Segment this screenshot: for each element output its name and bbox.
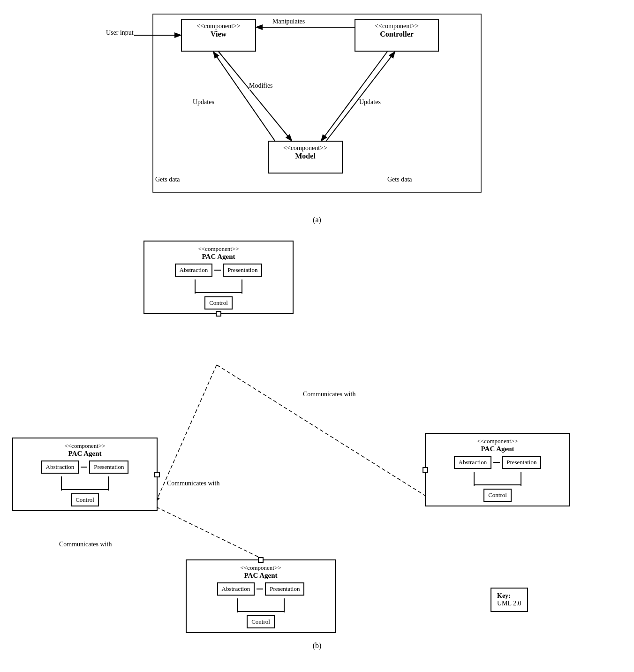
pac-agent-right-presentation: Presentation (502, 456, 541, 469)
pac-connector-h3 (493, 462, 500, 463)
svg-line-3 (214, 53, 275, 141)
pac-agent-right-name: PAC Agent (430, 445, 566, 453)
pac-agent-left-port (154, 472, 160, 477)
pac-agent-top: <<component>> PAC Agent Abstraction Pres… (143, 241, 294, 314)
pac-agent-bottom-row1: Abstraction Presentation (217, 582, 305, 596)
pac-agent-top-inner: Abstraction Presentation Control (148, 264, 289, 310)
pac-agent-top-port (216, 311, 221, 317)
pac-agent-bottom-v-connector (214, 598, 308, 612)
controller-name: Controller (360, 30, 433, 38)
pac-agent-top-control: Control (204, 296, 233, 310)
pac-agent-bottom-inner: Abstraction Presentation Control (190, 582, 331, 628)
key-content: UML 2.0 (497, 600, 521, 607)
pac-agent-left-control: Control (71, 493, 99, 506)
pac-agent-right-abstraction: Abstraction (454, 456, 492, 469)
svg-line-7 (217, 365, 434, 501)
communicates-label-bottom: Communicates with (59, 541, 112, 548)
view-component-box: <<component>> View (181, 19, 256, 52)
pac-agent-right-header: <<component>> PAC Agent (430, 438, 566, 453)
caption-b: (b) (9, 642, 625, 650)
pac-agent-right-control: Control (483, 489, 512, 502)
key-box: Key: UML 2.0 (491, 588, 528, 612)
pac-agent-right-row1: Abstraction Presentation (454, 456, 542, 469)
modifies-label: Modifies (249, 82, 273, 90)
model-stereotype: <<component>> (273, 144, 337, 152)
gets-data-right-label: Gets data (387, 176, 412, 183)
manipulates-label: Manipulates (272, 18, 305, 25)
part-b-pac-diagram: <<component>> PAC Agent Abstraction Pres… (12, 231, 622, 639)
pac-agent-right-port (423, 467, 428, 473)
pac-agent-right-inner: Abstraction Presentation Control (430, 456, 566, 502)
pac-agent-top-presentation: Presentation (223, 264, 262, 277)
pac-agent-left-name: PAC Agent (17, 450, 153, 458)
pac-agent-left: <<component>> PAC Agent Abstraction Pres… (12, 438, 158, 511)
pac-agent-left-header: <<component>> PAC Agent (17, 442, 153, 458)
updates-right-label: Updates (359, 98, 381, 106)
pac-agent-left-row1: Abstraction Presentation (41, 461, 129, 474)
pac-agent-bottom: <<component>> PAC Agent Abstraction Pres… (186, 559, 336, 633)
user-input-label: User input (106, 29, 134, 37)
svg-line-2 (219, 52, 291, 140)
pac-agent-top-name: PAC Agent (148, 253, 289, 261)
pac-agent-bottom-abstraction: Abstraction (217, 582, 255, 596)
pac-agent-bottom-stereotype: <<component>> (190, 564, 331, 572)
pac-agent-bottom-control: Control (247, 615, 275, 628)
pac-connector-h2 (81, 467, 87, 468)
pac-agent-bottom-presentation: Presentation (265, 582, 304, 596)
pac-agent-left-stereotype: <<component>> (17, 442, 153, 450)
pac-agent-left-v-connector (38, 476, 132, 491)
pac-agent-bottom-name: PAC Agent (190, 572, 331, 580)
model-component-box: <<component>> Model (268, 141, 343, 174)
pac-agent-bottom-port (258, 557, 264, 563)
pac-agent-left-abstraction: Abstraction (41, 461, 79, 474)
view-name: View (187, 30, 250, 38)
svg-line-5 (326, 53, 394, 141)
key-title: Key: (497, 592, 521, 600)
model-name: Model (273, 152, 337, 160)
controller-stereotype: <<component>> (360, 23, 433, 30)
svg-line-4 (322, 52, 387, 140)
communicates-label-top-right: Communicates with (303, 391, 355, 398)
pac-agent-top-stereotype: <<component>> (148, 245, 289, 253)
pac-agent-left-presentation: Presentation (89, 461, 128, 474)
pac-connector-h4 (257, 589, 263, 589)
updates-left-label: Updates (193, 98, 214, 106)
controller-component-box: <<component>> Controller (355, 19, 439, 52)
pac-agent-right-stereotype: <<component>> (430, 438, 566, 445)
pac-agent-top-header: <<component>> PAC Agent (148, 245, 289, 261)
part-a-mvc-diagram: User input <<component>> View <<componen… (106, 9, 528, 211)
caption-a: (a) (9, 216, 625, 224)
pac-agent-top-abstraction: Abstraction (175, 264, 213, 277)
communicates-label-middle: Communicates with (167, 480, 219, 487)
pac-connector-h1 (214, 270, 221, 271)
gets-data-left-label: Gets data (155, 176, 180, 183)
pac-agent-right: <<component>> PAC Agent Abstraction Pres… (425, 433, 570, 506)
pac-agent-top-row1: Abstraction Presentation (175, 264, 263, 277)
pac-agent-bottom-header: <<component>> PAC Agent (190, 564, 331, 580)
pac-agent-right-v-connector (451, 472, 544, 486)
diagram-container: User input <<component>> View <<componen… (0, 0, 634, 672)
pac-agent-top-v-connector (172, 279, 265, 294)
pac-agent-left-inner: Abstraction Presentation Control (17, 461, 153, 506)
view-stereotype: <<component>> (187, 23, 250, 30)
